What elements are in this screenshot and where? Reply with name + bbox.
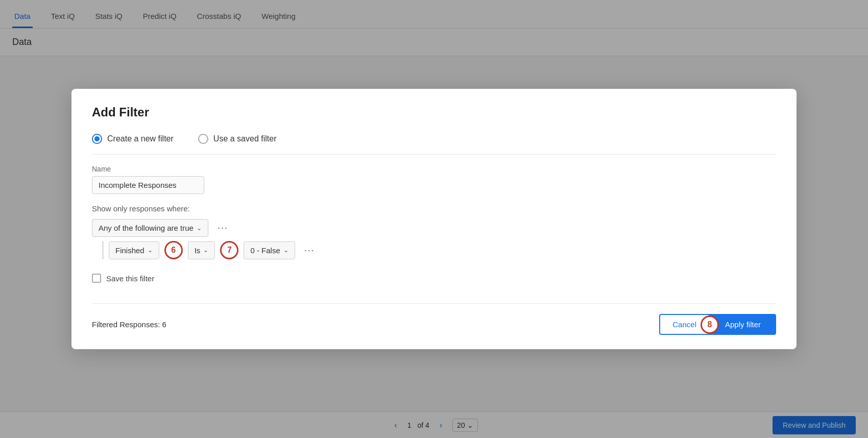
use-saved-filter-option[interactable]: Use a saved filter [198,134,277,144]
save-filter-label: Save this filter [106,274,154,283]
save-filter-checkbox[interactable] [92,274,101,283]
condition-block: Any of the following are true ⌄ ··· Fini… [92,219,776,259]
add-filter-dialog: Add Filter Create a new filter Use a sav… [71,89,797,349]
annotation-8: 8 [701,315,719,334]
condition-row-more-button[interactable]: ··· [300,243,319,258]
name-field-label: Name [92,165,776,173]
footer-buttons: Cancel 8 Apply filter [659,314,776,335]
value-chevron-icon: ⌄ [283,247,288,254]
condition-type-chevron-icon: ⌄ [197,225,202,232]
dialog-title: Add Filter [92,105,776,119]
condition-type-label: Any of the following are true [99,224,194,232]
create-new-filter-radio[interactable] [92,134,102,144]
value-label: 0 - False [250,246,280,255]
create-new-filter-option[interactable]: Create a new filter [92,134,174,144]
operator-label: Is [195,246,201,255]
show-responses-label: Show only responses where: [92,204,776,213]
create-new-filter-label: Create a new filter [107,134,174,143]
filter-type-radio-group: Create a new filter Use a saved filter [92,134,776,144]
annotation-6: 6 [164,241,183,259]
apply-filter-button[interactable]: Apply filter [710,314,776,335]
field-chevron-icon: ⌄ [148,247,153,254]
use-saved-filter-radio[interactable] [198,134,208,144]
operator-select[interactable]: Is ⌄ [188,241,215,259]
filtered-responses-count: Filtered Responses: 6 [92,320,166,329]
divider-1 [92,154,776,155]
name-input[interactable]: Incomplete Responses [92,176,204,194]
condition-type-select[interactable]: Any of the following are true ⌄ [92,219,208,237]
annotation-7: 7 [220,241,238,259]
value-select[interactable]: 0 - False ⌄ [244,241,295,259]
field-select[interactable]: Finished ⌄ [109,241,159,259]
condition-type-row: Any of the following are true ⌄ ··· [92,219,776,237]
condition-type-more-button[interactable]: ··· [213,221,232,235]
operator-chevron-icon: ⌄ [203,247,208,254]
use-saved-filter-label: Use a saved filter [213,134,277,143]
dialog-footer: Filtered Responses: 6 Cancel 8 Apply fil… [92,303,776,335]
modal-overlay: Add Filter Create a new filter Use a sav… [0,0,868,438]
field-label: Finished [115,246,144,255]
save-filter-row: Save this filter [92,274,776,283]
condition-row: Finished ⌄ 6 Is ⌄ 7 0 - False ⌄ [102,241,776,259]
